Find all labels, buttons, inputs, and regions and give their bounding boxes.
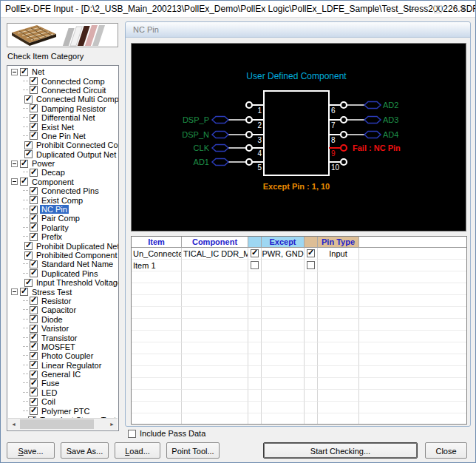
table-cell[interactable] [305, 271, 318, 283]
table-row[interactable] [132, 378, 466, 390]
table-cell[interactable] [318, 319, 359, 331]
checkbox[interactable] [24, 95, 33, 104]
checkbox[interactable] [24, 150, 33, 158]
tree-item-pair-comp[interactable]: Pair Comp [8, 214, 118, 223]
table-cell[interactable] [248, 366, 262, 378]
table-cell[interactable] [248, 260, 262, 271]
table-cell[interactable] [248, 271, 262, 283]
tree-item-varistor[interactable]: Varistor [8, 324, 118, 333]
table-cell[interactable]: Item 1 [132, 260, 182, 271]
column-header-item[interactable]: Item [132, 237, 182, 248]
table-cell[interactable] [248, 342, 262, 354]
table-row[interactable] [132, 390, 466, 402]
table-row[interactable] [132, 402, 466, 413]
tree-item-standard-net-name[interactable]: Standard Net Name [8, 260, 118, 268]
checkbox[interactable] [30, 379, 38, 388]
table-cell[interactable] [132, 295, 182, 307]
table-cell[interactable] [262, 295, 305, 307]
column-header-pin-type[interactable]: Pin Type [318, 237, 359, 248]
table-cell[interactable] [305, 295, 318, 307]
table-cell[interactable] [305, 319, 318, 331]
table-cell[interactable] [182, 283, 248, 295]
checkbox[interactable] [30, 297, 38, 305]
table-cell[interactable] [262, 413, 305, 425]
table-cell[interactable] [248, 295, 262, 307]
checkbox[interactable] [30, 223, 38, 232]
tree-group-power[interactable]: Power [8, 159, 118, 168]
table-cell[interactable] [318, 378, 359, 390]
table-row[interactable] [132, 342, 466, 354]
table-cell[interactable] [182, 331, 248, 342]
checkbox[interactable] [30, 86, 38, 94]
scroll-left-arrow-icon[interactable]: ◄ [8, 419, 19, 430]
checkbox[interactable] [30, 114, 38, 122]
table-cell[interactable] [359, 271, 467, 283]
tree-item-resistor[interactable]: Resistor [8, 297, 118, 305]
checkbox[interactable] [251, 249, 259, 257]
table-row[interactable]: Un_Connected_TICAL_IC DDR_MEM [PWR, GNDI… [132, 248, 466, 260]
table-cell[interactable] [359, 390, 467, 402]
checkbox[interactable] [30, 334, 38, 342]
tree-item-polymer-ptc[interactable]: Polymer PTC [8, 406, 118, 415]
checkbox[interactable] [30, 407, 38, 415]
collapse-icon[interactable] [11, 160, 18, 167]
table-cell[interactable] [262, 402, 305, 413]
table-cell[interactable] [248, 319, 262, 331]
table-cell[interactable] [132, 378, 182, 390]
tree-item-mosfet[interactable]: MOSFET [8, 342, 118, 351]
checkbox[interactable] [24, 279, 33, 287]
tree-horizontal-scrollbar[interactable]: ◄ ► [8, 418, 118, 430]
table-cell[interactable] [132, 271, 182, 283]
checkbox[interactable] [30, 269, 38, 277]
table-cell[interactable]: TICAL_IC DDR_MEM [ [182, 248, 248, 260]
tree-item-nc-pin[interactable]: NC Pin [8, 205, 118, 214]
checkbox[interactable] [251, 261, 259, 269]
table-cell[interactable] [305, 390, 318, 402]
table-cell[interactable] [318, 307, 359, 319]
start-checking-button[interactable]: Start Checking... [263, 442, 418, 459]
table-cell[interactable] [359, 378, 467, 390]
table-cell[interactable] [132, 331, 182, 342]
column-header-checkbox[interactable] [359, 237, 467, 248]
minimize-button[interactable]: — [400, 1, 425, 17]
table-cell[interactable] [305, 378, 318, 390]
table-cell[interactable] [182, 378, 248, 390]
table-cell[interactable] [262, 283, 305, 295]
table-row[interactable] [132, 331, 466, 342]
column-header-checkbox[interactable] [248, 237, 262, 248]
table-cell[interactable] [305, 248, 318, 260]
table-cell[interactable] [318, 366, 359, 378]
checkbox[interactable] [30, 398, 38, 406]
table-cell[interactable] [248, 248, 262, 260]
checkbox[interactable] [30, 206, 38, 214]
table-cell[interactable] [182, 413, 248, 425]
tree-item-damping-resistor[interactable]: Damping Resistor [8, 104, 118, 113]
table-cell[interactable]: PWR, GND [262, 248, 305, 260]
maximize-button[interactable] [425, 1, 450, 17]
tree-group-stress-test[interactable]: Stress Test [8, 287, 118, 296]
tree-item-connected-pins[interactable]: Connected Pins [8, 186, 118, 195]
table-cell[interactable] [305, 366, 318, 378]
tree-item-general-ic[interactable]: General IC [8, 370, 118, 379]
checkbox[interactable] [30, 352, 38, 360]
table-cell[interactable] [318, 271, 359, 283]
checkbox[interactable] [307, 261, 315, 269]
table-cell[interactable] [248, 378, 262, 390]
table-cell[interactable] [248, 413, 262, 425]
table-cell[interactable] [359, 307, 467, 319]
table-cell[interactable] [262, 390, 305, 402]
table-cell[interactable] [132, 413, 182, 425]
table-cell[interactable] [262, 366, 305, 378]
table-cell[interactable] [182, 295, 248, 307]
table-row[interactable]: Item 1 [132, 260, 466, 271]
table-cell[interactable] [359, 248, 467, 260]
table-cell[interactable] [318, 331, 359, 342]
table-cell[interactable]: Input [318, 248, 359, 260]
checkbox[interactable] [20, 68, 28, 76]
save-as-button[interactable]: Save As... [61, 442, 109, 459]
tree-item-fuse[interactable]: Fuse [8, 379, 118, 388]
tree-item-connected-comp[interactable]: Connected Comp [8, 76, 118, 85]
table-row[interactable] [132, 307, 466, 319]
table-cell[interactable] [182, 319, 248, 331]
table-cell[interactable] [182, 307, 248, 319]
